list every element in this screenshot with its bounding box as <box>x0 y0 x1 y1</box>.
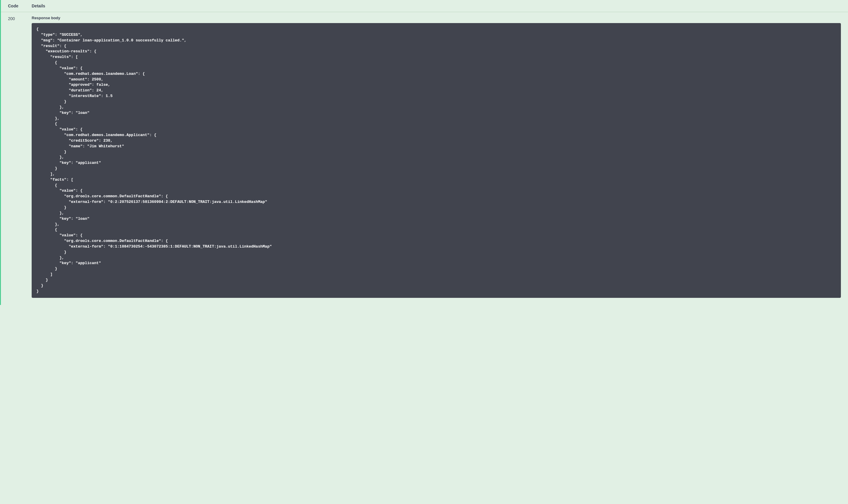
response-body-label: Response body <box>32 16 841 20</box>
status-code: 200 <box>8 16 32 298</box>
table-row: 200 Response body { "type": "SUCCESS", "… <box>1 12 848 305</box>
details-content: Response body { "type": "SUCCESS", "msg"… <box>32 16 841 298</box>
code-header: Code <box>8 3 32 8</box>
details-header: Details <box>32 3 841 8</box>
response-body-code[interactable]: { "type": "SUCCESS", "msg": "Container l… <box>32 23 841 298</box>
table-header-row: Code Details <box>1 0 848 12</box>
response-panel: Code Details 200 Response body { "type":… <box>0 0 848 305</box>
